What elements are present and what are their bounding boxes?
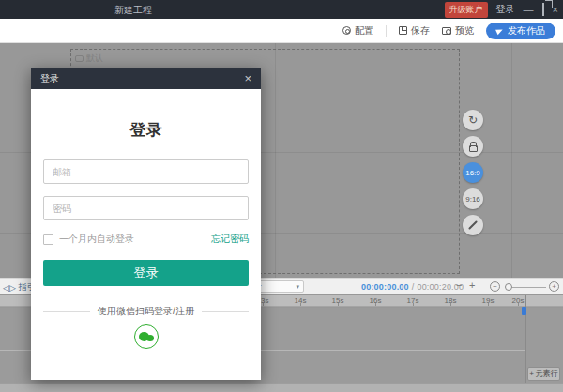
lock-icon bbox=[469, 145, 478, 152]
ruler-tick bbox=[375, 303, 376, 306]
preview-button[interactable]: 预览 bbox=[442, 24, 474, 38]
time-separator: / bbox=[412, 282, 415, 292]
auto-login-label: 一个月内自动登录 bbox=[59, 233, 134, 246]
login-modal: 登录 × 登录 一个月内自动登录 忘记密码 登录 使用微信扫码登录/注册 bbox=[31, 68, 261, 380]
modal-close-icon[interactable]: × bbox=[244, 72, 251, 84]
increase-duration-button[interactable]: + bbox=[469, 279, 475, 291]
wechat-icon[interactable] bbox=[134, 324, 159, 349]
rotate-canvas-button[interactable]: ↻ bbox=[463, 110, 483, 130]
preview-label: 预览 bbox=[455, 24, 474, 38]
plus-icon: + bbox=[529, 369, 534, 378]
rotate-icon: ↻ bbox=[468, 114, 478, 126]
titlebar: 新建工程 升级账户 登录 — × bbox=[0, 0, 563, 19]
wechat-divider: 使用微信扫码登录/注册 bbox=[43, 305, 249, 318]
close-window-button[interactable]: × bbox=[553, 5, 558, 15]
save-icon bbox=[399, 26, 407, 35]
scene-bubble-icon bbox=[75, 55, 84, 62]
publish-button[interactable]: 发布作品 bbox=[486, 23, 555, 39]
grid-line-vertical bbox=[511, 43, 512, 278]
ruler-tick bbox=[300, 303, 301, 306]
scene-tag[interactable]: 默认 bbox=[75, 53, 103, 65]
modal-header-title: 登录 bbox=[40, 72, 59, 85]
wechat-login-text: 使用微信扫码登录/注册 bbox=[98, 305, 194, 318]
auto-login-checkbox[interactable] bbox=[43, 234, 53, 245]
save-button[interactable]: 保存 bbox=[399, 24, 430, 38]
config-button[interactable]: 配置 bbox=[342, 24, 373, 38]
decrease-duration-button[interactable]: − bbox=[456, 279, 462, 291]
publish-label: 发布作品 bbox=[508, 24, 545, 38]
password-field[interactable] bbox=[43, 196, 249, 220]
timeline-zoom-knob[interactable] bbox=[505, 283, 512, 291]
zoom-in-icon[interactable]: + bbox=[549, 281, 559, 292]
chevron-down-icon: ▾ bbox=[296, 283, 299, 291]
login-modal-body: 登录 一个月内自动登录 忘记密码 登录 使用微信扫码登录/注册 bbox=[31, 119, 261, 349]
edit-button[interactable] bbox=[463, 215, 483, 235]
save-label: 保存 bbox=[411, 24, 430, 38]
login-title: 登录 bbox=[43, 119, 249, 141]
window-title: 新建工程 bbox=[114, 4, 152, 17]
project-end-marker[interactable] bbox=[522, 307, 526, 315]
add-element-row-label: 元素行 bbox=[536, 369, 558, 379]
timecode: 00:00:00.00 / 00:00:20.00 bbox=[361, 282, 464, 292]
login-modal-header: 登录 × bbox=[31, 68, 261, 89]
email-field[interactable] bbox=[43, 159, 249, 184]
guide-icon: ◁▷ bbox=[3, 283, 16, 293]
upgrade-account-button[interactable]: 升级账户 bbox=[445, 2, 488, 18]
ratio-9-16-button[interactable]: 9:16 bbox=[463, 188, 483, 209]
titlebar-login-button[interactable]: 登录 bbox=[496, 3, 515, 16]
toolbar-divider bbox=[386, 25, 387, 37]
timeline-zoom-slider[interactable] bbox=[507, 287, 546, 288]
app-window: 新建工程 升级账户 登录 — × 配置 保存 预览 发布作品 bbox=[0, 0, 563, 392]
wechat-login-area bbox=[43, 324, 249, 349]
lock-button[interactable] bbox=[463, 136, 483, 157]
zoom-out-icon[interactable]: − bbox=[490, 281, 500, 292]
preview-icon bbox=[442, 27, 451, 35]
divider-line bbox=[202, 311, 249, 312]
paper-plane-icon bbox=[495, 26, 504, 34]
bottom-strip bbox=[0, 383, 563, 392]
ruler-tick bbox=[488, 303, 489, 306]
ruler-tick bbox=[338, 303, 339, 306]
login-submit-button[interactable]: 登录 bbox=[43, 260, 249, 286]
current-time: 00:00:00.00 bbox=[361, 282, 409, 292]
pencil-icon bbox=[468, 220, 478, 230]
ruler-tick bbox=[263, 303, 264, 306]
ruler-tick bbox=[450, 303, 451, 306]
config-label: 配置 bbox=[355, 24, 373, 38]
restore-icon bbox=[542, 3, 544, 16]
forgot-password-link[interactable]: 忘记密码 bbox=[211, 233, 249, 246]
titlebar-actions: 升级账户 登录 — × bbox=[445, 0, 558, 19]
gear-icon bbox=[342, 26, 351, 35]
restore-button[interactable] bbox=[542, 5, 544, 15]
minimize-button[interactable]: — bbox=[524, 5, 534, 15]
divider-line bbox=[43, 311, 90, 312]
login-options-row: 一个月内自动登录 忘记密码 bbox=[43, 233, 249, 246]
ruler-tick bbox=[518, 303, 519, 306]
ratio-16-9-button[interactable]: 16:9 bbox=[463, 162, 483, 183]
auto-login-option[interactable]: 一个月内自动登录 bbox=[43, 233, 134, 246]
ruler-tick bbox=[413, 303, 414, 306]
scene-tag-label: 默认 bbox=[86, 53, 103, 65]
toolbar: 配置 保存 预览 发布作品 bbox=[0, 19, 563, 43]
add-element-row-button[interactable]: + 元素行 bbox=[527, 367, 560, 381]
